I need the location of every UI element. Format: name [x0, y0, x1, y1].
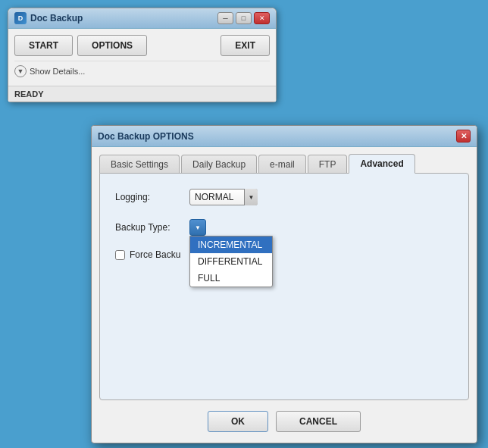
backup-type-option-full[interactable]: FULL: [190, 270, 272, 287]
tab-basic-settings[interactable]: Basic Settings: [99, 155, 180, 174]
small-window-titlebar: D Doc Backup ─ □ ✕: [8, 8, 276, 29]
tab-email[interactable]: e-mail: [258, 155, 306, 174]
logging-value: NORMAL: [195, 192, 233, 202]
backup-type-label: Backup Type:: [115, 222, 183, 233]
small-window-title: Doc Backup: [30, 13, 83, 23]
cancel-button[interactable]: CANCEL: [276, 411, 361, 432]
tab-advanced[interactable]: Advanced: [349, 154, 414, 174]
advanced-tab-content: Logging: NORMAL ▼ Backup Type: ▼ INCREME…: [99, 173, 469, 400]
show-details[interactable]: ▼ Show Details...: [14, 61, 270, 80]
options-button[interactable]: OPTIONS: [77, 35, 147, 56]
show-details-label: Show Details...: [30, 67, 85, 76]
options-close-button[interactable]: ✕: [456, 130, 471, 143]
close-button[interactable]: ✕: [254, 12, 270, 24]
exit-button[interactable]: EXIT: [221, 35, 270, 56]
maximize-button[interactable]: □: [236, 12, 252, 24]
backup-type-row: Backup Type: ▼ INCREMENTAL DIFFERENTIAL …: [115, 219, 453, 236]
logging-row: Logging: NORMAL ▼: [115, 189, 453, 205]
status-bar: READY: [8, 86, 276, 102]
titlebar-left: D Doc Backup: [14, 12, 83, 24]
logging-dropdown-wrapper: NORMAL ▼: [189, 189, 258, 205]
small-window-body: START OPTIONS EXIT ▼ Show Details...: [8, 29, 276, 86]
tab-ftp[interactable]: FTP: [308, 155, 348, 174]
ok-button[interactable]: OK: [208, 411, 268, 432]
backup-type-option-incremental[interactable]: INCREMENTAL: [190, 237, 272, 253]
minimize-button[interactable]: ─: [217, 12, 233, 24]
tabs-bar: Basic Settings Daily Backup e-mail FTP A…: [92, 147, 477, 173]
backup-type-dropdown-popup: INCREMENTAL DIFFERENTIAL FULL: [189, 236, 273, 287]
options-titlebar: Doc Backup OPTIONS ✕: [92, 126, 477, 147]
doc-backup-window: D Doc Backup ─ □ ✕ START OPTIONS EXIT ▼ …: [8, 8, 277, 102]
status-text: READY: [14, 89, 44, 99]
options-dialog-title: Doc Backup OPTIONS: [98, 131, 194, 142]
force-backup-label: Force Backu: [130, 249, 180, 260]
tab-daily-backup[interactable]: Daily Backup: [181, 155, 257, 174]
backup-type-wrapper: ▼ INCREMENTAL DIFFERENTIAL FULL: [189, 219, 206, 236]
app-icon: D: [14, 12, 27, 24]
dialog-footer: OK CANCEL: [92, 400, 477, 443]
titlebar-controls: ─ □ ✕: [217, 12, 270, 24]
backup-type-option-differential[interactable]: DIFFERENTIAL: [190, 253, 272, 270]
force-backup-checkbox[interactable]: [115, 250, 125, 260]
force-backup-row: Force Backu: [115, 249, 453, 260]
logging-dropdown-arrow[interactable]: ▼: [244, 189, 258, 205]
backup-type-dropdown-button[interactable]: ▼: [189, 219, 206, 236]
start-button[interactable]: START: [14, 35, 73, 56]
chevron-down-icon: ▼: [14, 65, 27, 77]
logging-label: Logging:: [115, 192, 183, 202]
options-dialog: Doc Backup OPTIONS ✕ Basic Settings Dail…: [91, 125, 477, 443]
main-buttons-row: START OPTIONS EXIT: [14, 35, 270, 56]
